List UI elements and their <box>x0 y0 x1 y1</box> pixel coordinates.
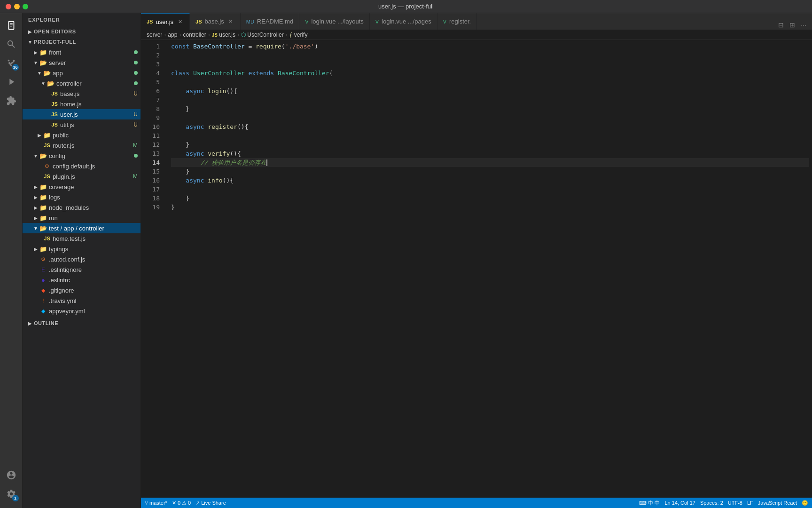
code-line-13: async verify(){ <box>171 149 809 158</box>
sidebar-item-logs[interactable]: ▶ 📁 logs <box>23 192 141 202</box>
git-branch-status[interactable]: ⑂ master* <box>145 500 167 506</box>
window-controls[interactable] <box>6 4 28 9</box>
sidebar-item-home-js[interactable]: ▶ JS home.js <box>23 99 141 109</box>
breadcrumb-class[interactable]: ⬡ UserController <box>241 32 284 38</box>
error-icon: ✕ <box>172 500 176 506</box>
ime-status[interactable]: ⌨ 中 中 <box>639 500 660 507</box>
breadcrumb-server[interactable]: server <box>147 32 162 38</box>
sep5: › <box>286 32 288 38</box>
tab-close-base-js[interactable]: ✕ <box>227 18 234 25</box>
line-ending-status[interactable]: LF <box>747 500 753 506</box>
cursor-position: Ln 14, Col 17 <box>664 500 695 506</box>
maximize-button[interactable] <box>23 4 28 9</box>
sidebar-item-front[interactable]: ▶ 📁 front <box>23 47 141 57</box>
sidebar-item-config[interactable]: ▼ 📂 config <box>23 151 141 161</box>
sidebar-item-eslintignore[interactable]: ▶ E .eslintignore <box>23 264 141 275</box>
status-left: ⑂ master* ✕ 0 ⚠ 0 ↗ Live Share <box>145 500 226 506</box>
cursor-position-status[interactable]: Ln 14, Col 17 <box>664 500 695 506</box>
sidebar-item-node-modules[interactable]: ▶ 📁 node_modules <box>23 202 141 213</box>
source-control-badge: 36 <box>12 64 19 71</box>
window-title: user.js — project-full <box>378 3 434 10</box>
code-line-6: async login(){ <box>171 87 809 95</box>
code-content[interactable]: const BaseController = require('./base')… <box>164 40 809 498</box>
encoding-status[interactable]: UTF-8 <box>728 500 742 506</box>
modified-dot-server <box>134 61 138 64</box>
tab-label-login-pages: login.vue .../pages <box>382 18 431 25</box>
sidebar-item-app[interactable]: ▼ 📂 app <box>23 68 141 78</box>
tab-close-user-js[interactable]: ✕ <box>176 18 184 25</box>
code-line-4: class UserController extends BaseControl… <box>171 69 809 78</box>
layout-button[interactable]: ⊞ <box>788 20 797 30</box>
sidebar-item-autod[interactable]: ▶ ⚙ .autod.conf.js <box>23 254 141 264</box>
sidebar-item-test-controller[interactable]: ▼ 📂 test / app / controller <box>23 223 141 233</box>
account-icon[interactable] <box>3 467 20 484</box>
spaces-status[interactable]: Spaces: 2 <box>700 500 723 506</box>
sidebar-item-plugin-js[interactable]: ▶ JS plugin.js M <box>23 171 141 182</box>
tab-label-user-js: user.js <box>156 18 173 25</box>
language-mode-status[interactable]: JavaScript React <box>758 500 797 506</box>
code-line-16: async info(){ <box>171 176 809 185</box>
code-line-12: } <box>171 140 809 149</box>
tab-login-pages[interactable]: V login.vue .../pages <box>370 13 437 30</box>
sidebar-item-travis[interactable]: ▶ ! .travis.yml <box>23 295 141 306</box>
sidebar-item-controller[interactable]: ▼ 📂 controller <box>23 78 141 88</box>
sidebar-item-base-js[interactable]: ▶ JS base.js U <box>23 88 141 99</box>
explorer-icon[interactable] <box>3 17 20 34</box>
open-editors-section[interactable]: ▶ OPEN EDITORS <box>23 26 141 37</box>
folder-icon-coverage: 📁 <box>39 183 47 190</box>
sidebar-item-util-js[interactable]: ▶ JS util.js U <box>23 119 141 130</box>
ime-label: ⌨ <box>639 500 647 506</box>
sidebar-item-gitignore[interactable]: ▶ ◆ .gitignore <box>23 285 141 295</box>
tab-user-js[interactable]: JS user.js ✕ <box>141 13 190 30</box>
spaces-label: Spaces: 2 <box>700 500 723 506</box>
breadcrumb-file[interactable]: JS user.js <box>212 32 235 38</box>
split-editor-button[interactable]: ⊟ <box>776 20 786 30</box>
sidebar-item-coverage[interactable]: ▶ 📁 coverage <box>23 182 141 192</box>
source-control-icon[interactable]: 36 <box>3 55 20 71</box>
feedback-status[interactable]: 🙂 <box>802 500 808 506</box>
extensions-icon[interactable] <box>3 92 20 109</box>
sidebar-item-run[interactable]: ▶ 📁 run <box>23 213 141 223</box>
tab-base-js[interactable]: JS base.js ✕ <box>190 13 241 30</box>
svg-point-1 <box>13 60 15 62</box>
sidebar-item-appveyor[interactable]: ▶ ◆ appveyor.yml <box>23 306 141 316</box>
close-button[interactable] <box>6 4 11 9</box>
feedback-icon: 🙂 <box>802 500 808 506</box>
sidebar-item-public[interactable]: ▶ 📁 public <box>23 130 141 140</box>
sidebar-item-home-test[interactable]: ▶ JS home.test.js <box>23 233 141 244</box>
svg-point-0 <box>8 60 9 62</box>
folder-open-icon: 📂 <box>43 69 51 77</box>
tab-readme[interactable]: MD README.md <box>241 13 299 30</box>
activity-bar: 36 1 <box>0 13 23 508</box>
project-full-section[interactable]: ▼ PROJECT-FULL <box>23 37 141 47</box>
appveyor-icon: ◆ <box>39 307 47 315</box>
search-icon[interactable] <box>3 36 20 53</box>
tab-register[interactable]: V register. <box>437 13 477 30</box>
js-file-icon: JS <box>51 90 58 97</box>
settings-icon[interactable]: 1 <box>3 485 20 502</box>
tab-label-login-layouts: login.vue .../layouts <box>311 18 363 25</box>
sidebar-item-server[interactable]: ▼ 📂 server <box>23 57 141 68</box>
code-editor[interactable]: 1 2 3 4 5 6 7 8 9 10 11 12 13 14 15 16 1… <box>141 40 812 498</box>
tab-icon-login-layouts: V <box>305 19 308 24</box>
sidebar-item-user-js[interactable]: ▶ JS user.js U <box>23 109 141 119</box>
sidebar-item-router-js[interactable]: ▶ JS router.js M <box>23 140 141 151</box>
tab-icon-register: V <box>443 19 446 24</box>
run-icon[interactable] <box>3 73 20 90</box>
errors-status[interactable]: ✕ 0 ⚠ 0 <box>172 500 191 506</box>
more-button[interactable]: ··· <box>799 20 808 30</box>
outline-section[interactable]: ▶ OUTLINE <box>23 318 141 328</box>
breadcrumb-method[interactable]: ƒ verify <box>289 32 308 38</box>
breadcrumb-controller[interactable]: controller <box>183 32 206 38</box>
tab-label-readme: README.md <box>257 18 293 25</box>
sidebar-item-typings[interactable]: ▶ 📁 typings <box>23 244 141 254</box>
tab-login-layouts[interactable]: V login.vue .../layouts <box>299 13 370 30</box>
code-line-9 <box>171 113 809 122</box>
breadcrumb-app[interactable]: app <box>168 32 177 38</box>
sidebar-item-config-default[interactable]: ▶ ⚙ config.default.js <box>23 161 141 171</box>
live-share-status[interactable]: ↗ Live Share <box>195 500 226 506</box>
js-file-icon-user: JS <box>51 111 58 118</box>
config-file-icon: ⚙ <box>43 162 51 170</box>
sidebar-item-eslintrc[interactable]: ▶ ● .eslintrc <box>23 275 141 285</box>
minimize-button[interactable] <box>14 4 20 9</box>
